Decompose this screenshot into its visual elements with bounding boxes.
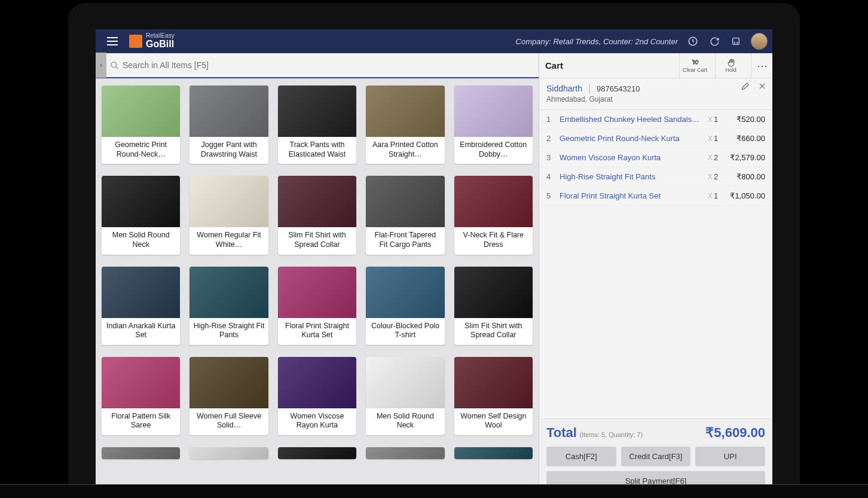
product-label: Jogger Pant with Drawstring Waist [190, 137, 268, 164]
cart-item-qty: 1 [714, 191, 722, 200]
cart-item-qty: 1 [714, 115, 722, 124]
product-image [454, 447, 533, 459]
product-card[interactable]: Jogger Pant with Drawstring Waist [190, 85, 268, 164]
cart-item-price: ₹1,050.00 [722, 191, 765, 200]
product-image [454, 176, 533, 227]
hold-button[interactable]: Hold [715, 53, 746, 78]
product-card[interactable]: Slim Fit Shirt with Spread Collar [278, 176, 356, 254]
cart-title: Cart [545, 60, 674, 71]
product-label: Track Pants with Elasticated Waist [278, 137, 356, 164]
product-card[interactable]: Track Pants with Elasticated Waist [278, 85, 356, 164]
total-label: Total [546, 425, 577, 440]
product-image [454, 85, 533, 137]
product-card[interactable] [102, 447, 180, 459]
refresh-icon[interactable] [708, 35, 721, 48]
product-card[interactable]: Geometric Print Round-Neck… [102, 85, 180, 164]
product-card[interactable]: Flat-Front Tapered Fit Cargo Pants [366, 176, 444, 254]
product-card[interactable] [190, 447, 268, 459]
brand-main: GoBill [146, 39, 175, 50]
product-image [278, 267, 356, 318]
product-image [278, 357, 356, 408]
menu-button[interactable] [100, 29, 124, 53]
product-card[interactable]: Floral Print Straight Kurta Set [278, 267, 356, 345]
cart-item-qty: 2 [714, 172, 722, 181]
cart-item-qty: 2 [714, 153, 722, 162]
product-image [190, 447, 268, 459]
product-card[interactable]: Indian Anarkali Kurta Set [102, 267, 180, 345]
credit-card-button[interactable]: Credit Card[F3] [621, 447, 691, 466]
close-customer-icon[interactable] [758, 82, 766, 91]
product-card[interactable]: Women Viscose Rayon Kurta [278, 357, 356, 435]
total-value: ₹5,609.00 [705, 425, 765, 441]
total-meta: (Items: 5, Quantity: 7) [579, 431, 643, 438]
product-card[interactable] [278, 447, 356, 459]
cart-item-row[interactable]: 2Geometric Print Round-Neck KurtaX1₹660.… [539, 129, 772, 148]
cart-item-name: High-Rise Straight Fit Pants [556, 172, 708, 181]
cart-item-name: Geometric Print Round-Neck Kurta [556, 134, 708, 143]
customer-address: Ahmedabad, Gujarat [546, 95, 765, 103]
cart-item-name: Embellished Chunkey Heeled Sandals… [556, 115, 708, 124]
sidebar-toggle[interactable]: › [96, 53, 106, 78]
history-icon[interactable] [686, 35, 699, 48]
more-button[interactable]: ⋯ [751, 53, 772, 78]
product-card[interactable]: High-Rise Straight Fit Pants [190, 267, 268, 345]
product-card[interactable] [366, 447, 444, 459]
product-card[interactable]: Embroidered Cotton Dobby… [454, 85, 533, 164]
product-card[interactable]: Women Full Sleeve Solid… [190, 357, 268, 435]
cart-items-list: 1Embellished Chunkey Heeled Sandals…X1₹5… [539, 110, 772, 418]
product-card[interactable]: V-Neck Fit & Flare Dress [454, 176, 533, 254]
product-label: Men Solid Round Neck [102, 227, 180, 254]
cart-panel: Cart Clear Cart Hold [539, 53, 772, 498]
product-label: Women Full Sleeve Solid… [190, 408, 268, 435]
cart-item-row[interactable]: 4High-Rise Straight Fit PantsX2₹800.00 [539, 167, 772, 187]
edit-customer-icon[interactable] [741, 82, 750, 91]
svg-rect-1 [733, 38, 739, 45]
product-image [454, 357, 533, 408]
clear-cart-icon [690, 59, 700, 67]
product-image [102, 85, 180, 137]
product-card[interactable]: Slim Fit Shirt with Spread Collar [454, 267, 533, 345]
product-card[interactable]: Men Solid Round Neck [366, 357, 444, 435]
cart-item-row[interactable]: 5Floral Print Straight Kurta SetX1₹1,050… [539, 187, 772, 206]
customer-name[interactable]: Siddharth [546, 84, 582, 93]
product-label: Slim Fit Shirt with Spread Collar [454, 318, 533, 345]
product-card[interactable]: Floral Pattern Silk Saree [102, 357, 180, 435]
cart-item-x: X [708, 115, 713, 124]
product-card[interactable]: Aara Printed Cotton Straight… [366, 85, 444, 164]
product-image [366, 357, 444, 408]
product-image [102, 267, 180, 318]
clear-cart-button[interactable]: Clear Cart [679, 53, 710, 78]
product-card[interactable] [454, 447, 533, 459]
cash-button[interactable]: Cash[F2] [546, 447, 616, 466]
product-grid: Geometric Print Round-Neck…Jogger Pant w… [102, 85, 533, 459]
product-label: Flat-Front Tapered Fit Cargo Pants [366, 227, 444, 254]
product-image [366, 85, 444, 137]
search-input[interactable] [123, 53, 539, 77]
product-card[interactable]: Colour-Blocked Polo T-shirt [366, 267, 444, 345]
app-icon[interactable] [729, 35, 742, 48]
customer-block: Siddharth | 9876543210 Ahmedabad, Gujara… [539, 78, 772, 110]
cart-item-x: X [708, 154, 713, 162]
product-card[interactable]: Women Regular Fit White… [190, 176, 268, 254]
hold-icon [727, 59, 735, 67]
product-image [102, 357, 180, 408]
product-label: Floral Print Straight Kurta Set [278, 318, 356, 345]
cart-item-qty: 1 [714, 134, 722, 143]
product-label: Men Solid Round Neck [366, 408, 444, 435]
product-card[interactable]: Men Solid Round Neck [102, 176, 180, 254]
cart-item-index: 5 [546, 191, 556, 200]
cart-item-row[interactable]: 1Embellished Chunkey Heeled Sandals…X1₹5… [539, 110, 772, 129]
user-avatar[interactable] [751, 33, 768, 50]
upi-button[interactable]: UPI [695, 447, 765, 466]
cart-item-row[interactable]: 3Women Viscose Rayon KurtaX2₹2,579.00 [539, 148, 772, 167]
product-image [190, 357, 268, 408]
cart-item-index: 2 [546, 134, 556, 143]
product-label: Women Viscose Rayon Kurta [278, 408, 356, 435]
product-label: Slim Fit Shirt with Spread Collar [278, 227, 356, 254]
svg-point-2 [111, 62, 117, 67]
search-bar: › [96, 53, 539, 78]
product-card[interactable]: Women Self Design Wool [454, 357, 533, 435]
product-label: Indian Anarkali Kurta Set [102, 318, 180, 345]
cart-item-price: ₹520.00 [722, 115, 765, 124]
company-counter-info: Company: Retail Trends, Counter: 2nd Cou… [516, 37, 678, 46]
